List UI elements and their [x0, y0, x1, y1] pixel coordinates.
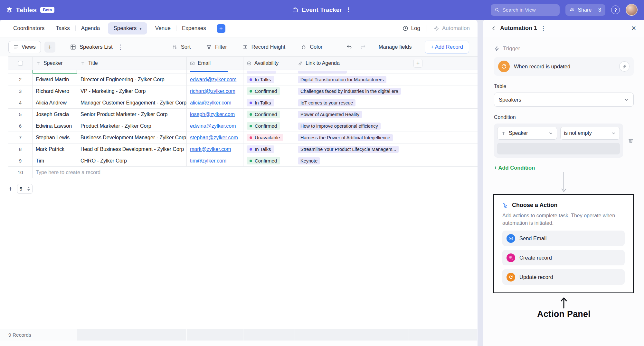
row-number[interactable]: 5 [8, 109, 33, 120]
row-number[interactable]: 9 [8, 155, 33, 166]
email-link[interactable]: joseph@zylker.com [190, 112, 235, 117]
share-button[interactable]: Share 3 [565, 4, 605, 16]
table-select[interactable]: Speakers [494, 93, 634, 107]
row-number[interactable]: 2 [8, 74, 33, 85]
new-record-row[interactable]: 10 Type here to create a record [8, 167, 478, 178]
add-rows-button[interactable]: + [8, 185, 13, 193]
color-button[interactable]: Color [301, 44, 322, 50]
cell-availability[interactable]: In Talks [243, 143, 295, 155]
cell-availability[interactable]: Confirmed [243, 85, 295, 97]
column-header-title[interactable]: Title [77, 57, 187, 70]
cell-availability[interactable]: Unavailable [243, 132, 295, 143]
cell-title[interactable]: Product Marketer - Zylker Corp [77, 120, 187, 132]
cell-speaker[interactable]: Stephan Lewis [33, 132, 77, 143]
agenda-chip[interactable]: Streamline Your Product Lifecycle Manage… [298, 146, 399, 153]
email-link[interactable]: tim@zylker.com [190, 158, 226, 164]
cell-speaker[interactable]: Alicia Andrew [33, 97, 77, 108]
row-number[interactable]: 8 [8, 143, 33, 155]
cell-email[interactable]: alicia@zylker.com [187, 97, 243, 108]
cell-speaker[interactable]: Edwina Lawson [33, 120, 77, 132]
cell-link-to-agenda[interactable]: IoT comes to your rescue [295, 97, 409, 108]
record-height-button[interactable]: Record Height [242, 44, 285, 50]
cell-link-to-agenda[interactable]: Power of Augmented Reality [295, 109, 409, 120]
unlink-icon[interactable] [619, 61, 630, 72]
automation-menu-icon[interactable]: ⋮ [540, 25, 546, 32]
add-column-button[interactable]: + [413, 59, 422, 68]
tab-speakers[interactable]: Speakers ▾ [108, 22, 147, 35]
cell-email[interactable]: stephan@zylker.com [187, 132, 243, 143]
condition-operator-select[interactable]: is not empty [560, 127, 620, 140]
cell-availability[interactable]: Confirmed [243, 109, 295, 120]
redo-button[interactable] [360, 44, 366, 50]
document-menu-icon[interactable]: ⋮ [346, 7, 352, 13]
cell-email[interactable]: joseph@zylker.com [187, 109, 243, 120]
agenda-chip[interactable]: Power of Augmented Reality [298, 111, 362, 118]
email-link[interactable]: edward@zylker.com [190, 77, 236, 83]
cell-speaker[interactable]: Richard Alvero [33, 85, 77, 97]
cell-availability[interactable]: Confirmed [243, 155, 295, 166]
cell-link-to-agenda[interactable]: Challenges faced by industries in the di… [295, 85, 409, 97]
cell-title[interactable]: Head of Business Development - Zylker Co… [77, 143, 187, 155]
undo-button[interactable] [346, 44, 352, 50]
manage-fields-button[interactable]: Manage fields [379, 44, 412, 50]
cell-availability[interactable]: In Talks [243, 74, 295, 85]
agenda-chip[interactable]: How to improve operational efficiency [298, 123, 381, 130]
automation-button[interactable]: Automation [433, 25, 470, 32]
views-button[interactable]: Views [8, 41, 41, 53]
action-update-record[interactable]: Update record [502, 269, 625, 285]
tab-agenda[interactable]: Agenda [76, 20, 106, 37]
new-record-placeholder[interactable]: Type here to create a record [33, 167, 409, 178]
select-all-checkbox[interactable] [18, 61, 23, 66]
row-number[interactable]: 4 [8, 97, 33, 108]
cell-link-to-agenda[interactable]: Harness the Power of Artificial Integell… [295, 132, 409, 143]
add-view-button[interactable]: + [44, 42, 55, 53]
filter-button[interactable]: Filter [206, 44, 227, 50]
scrollbar-gutter[interactable] [0, 341, 478, 346]
cell-speaker[interactable]: Edward Martin [33, 74, 77, 85]
cell-link-to-agenda[interactable]: Streamline Your Product Lifecycle Manage… [295, 143, 409, 155]
email-link[interactable]: stephan@zylker.com [190, 135, 238, 141]
search-input[interactable] [502, 7, 556, 13]
cell-email[interactable]: edwina@zylker.com [187, 120, 243, 132]
close-icon[interactable]: ✕ [631, 25, 636, 32]
step-up-icon[interactable] [27, 187, 30, 188]
add-table-button[interactable]: + [217, 24, 225, 33]
row-number[interactable]: 3 [8, 85, 33, 97]
cell-speaker[interactable]: Joseph Gracia [33, 109, 77, 120]
tab-coordinators[interactable]: Coordinators [8, 20, 50, 37]
cell-title[interactable]: Manager Customer Engagement - Zylker Cor… [77, 97, 187, 108]
add-record-button[interactable]: + Add Record [425, 41, 469, 54]
tab-venue[interactable]: Venue [150, 20, 176, 37]
cell-title[interactable]: Business Development Manager - Zylker Co… [77, 132, 187, 143]
add-condition-button[interactable]: + Add Condition [494, 165, 535, 171]
cell-title[interactable]: Senior Product Marketer - Zylker Corp [77, 109, 187, 120]
sort-button[interactable]: Sort [172, 44, 191, 50]
stepper[interactable] [27, 187, 30, 191]
agenda-chip[interactable]: Keynote [298, 157, 320, 164]
back-icon[interactable] [491, 25, 497, 31]
action-create-record[interactable]: Create record [502, 250, 625, 265]
agenda-chip[interactable]: Digital Transformation for Manufacturers [298, 76, 386, 83]
action-send-email[interactable]: Send Email [502, 231, 625, 246]
cell-speaker[interactable]: Tim [33, 155, 77, 166]
trigger-card[interactable]: When record is updated [494, 57, 634, 76]
column-header-availability[interactable]: Availability [243, 57, 295, 70]
agenda-chip[interactable]: Harness the Power of Artificial Integell… [298, 134, 393, 141]
cell-link-to-agenda[interactable]: How to improve operational efficiency [295, 120, 409, 132]
cell-email[interactable]: edward@zylker.com [187, 74, 243, 85]
cell-email[interactable]: tim@zylker.com [187, 155, 243, 166]
delete-condition-icon[interactable] [628, 138, 634, 143]
condition-field-select[interactable]: Speaker [497, 127, 557, 140]
help-button[interactable]: ? [611, 5, 620, 14]
email-link[interactable]: richard@zylker.com [190, 88, 235, 94]
column-header-speaker[interactable]: Speaker [33, 57, 77, 70]
email-link[interactable]: edwina@zylker.com [190, 123, 236, 129]
row-number[interactable]: 7 [8, 132, 33, 143]
cell-title[interactable]: VP - Marketing - Zylker Corp [77, 85, 187, 97]
view-name[interactable]: Speakers List [80, 44, 113, 50]
cell-link-to-agenda[interactable]: Digital Transformation for Manufacturers [295, 74, 409, 85]
tab-tasks[interactable]: Tasks [50, 20, 75, 37]
row-number[interactable]: 6 [8, 120, 33, 132]
search-box[interactable] [491, 4, 560, 16]
cell-speaker[interactable]: Mark Patrick [33, 143, 77, 155]
